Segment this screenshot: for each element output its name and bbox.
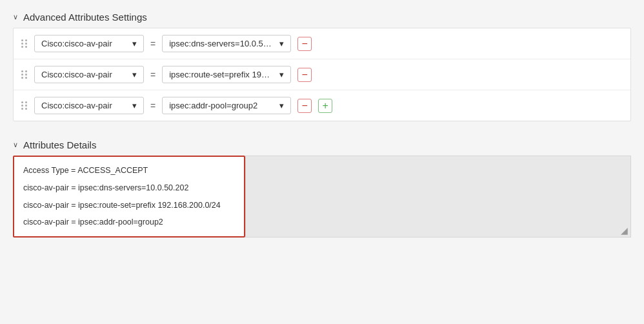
value-select-2-label: ipsec:route-set=prefix 192.16… — [169, 70, 272, 79]
value-select-3-label: ipsec:addr-pool=group2 — [169, 101, 257, 110]
add-row-button[interactable]: + — [318, 99, 332, 113]
chevron-down-icon: ▾ — [279, 101, 284, 110]
attribute-select-2-label: Cisco:cisco-av-pair — [41, 70, 112, 79]
advanced-attributes-header: ∨ Advanced Attributes Settings — [13, 6, 631, 28]
page-container: ∨ Advanced Attributes Settings Cisco:cis… — [0, 0, 644, 324]
details-header: ∨ Attributes Details — [13, 134, 631, 156]
chevron-down-icon: ∨ — [13, 13, 18, 21]
value-select-3[interactable]: ipsec:addr-pool=group2 ▾ — [162, 97, 291, 114]
attribute-select-2[interactable]: Cisco:cisco-av-pair ▾ — [34, 66, 144, 83]
chevron-down-icon: ▾ — [132, 70, 137, 79]
attributes-table: Cisco:cisco-av-pair ▾ = ipsec:dns-server… — [13, 28, 631, 121]
table-row: Cisco:cisco-av-pair ▾ = ipsec:dns-server… — [14, 28, 630, 59]
advanced-attributes-title: Advanced Attributes Settings — [23, 12, 147, 23]
attribute-select-1-label: Cisco:cisco-av-pair — [41, 39, 112, 48]
drag-handle[interactable] — [21, 101, 28, 110]
drag-handle[interactable] — [21, 70, 28, 79]
value-select-1-label: ipsec:dns-servers=10.0.50.20 — [169, 39, 272, 48]
details-line-1: Access Type = ACCESS_ACCEPT — [23, 165, 235, 177]
attribute-select-1[interactable]: Cisco:cisco-av-pair ▾ — [34, 35, 144, 52]
equals-sign: = — [150, 70, 156, 80]
resize-handle-icon[interactable]: ◢ — [621, 226, 628, 235]
equals-sign: = — [150, 39, 156, 49]
value-select-2[interactable]: ipsec:route-set=prefix 192.16… ▾ — [162, 66, 291, 83]
details-box: Access Type = ACCESS_ACCEPT cisco-av-pai… — [13, 156, 245, 238]
gray-background-area: ◢ — [245, 156, 631, 238]
value-select-1[interactable]: ipsec:dns-servers=10.0.50.20 ▾ — [162, 35, 291, 52]
attributes-details-section: ∨ Attributes Details Access Type = ACCES… — [13, 134, 631, 238]
details-line-4: cisco-av-pair = ipsec:addr-pool=group2 — [23, 216, 235, 228]
remove-row-3-button[interactable]: − — [297, 99, 312, 113]
remove-row-1-button[interactable]: − — [297, 37, 312, 51]
chevron-down-icon: ▾ — [132, 39, 137, 48]
table-row: Cisco:cisco-av-pair ▾ = ipsec:route-set=… — [14, 59, 630, 90]
chevron-down-icon: ∨ — [13, 141, 18, 149]
equals-sign: = — [150, 101, 156, 111]
details-content-area: Access Type = ACCESS_ACCEPT cisco-av-pai… — [13, 156, 631, 238]
remove-row-2-button[interactable]: − — [297, 68, 312, 82]
details-line-2: cisco-av-pair = ipsec:dns-servers=10.0.5… — [23, 182, 235, 194]
details-line-3: cisco-av-pair = ipsec:route-set=prefix 1… — [23, 199, 235, 212]
chevron-down-icon: ▾ — [132, 101, 137, 110]
details-title: Attributes Details — [23, 139, 96, 150]
attribute-select-3-label: Cisco:cisco-av-pair — [41, 101, 112, 110]
attribute-select-3[interactable]: Cisco:cisco-av-pair ▾ — [34, 97, 144, 114]
table-row: Cisco:cisco-av-pair ▾ = ipsec:addr-pool=… — [14, 90, 630, 121]
chevron-down-icon: ▾ — [279, 39, 284, 48]
drag-handle[interactable] — [21, 39, 28, 48]
chevron-down-icon: ▾ — [279, 70, 284, 79]
